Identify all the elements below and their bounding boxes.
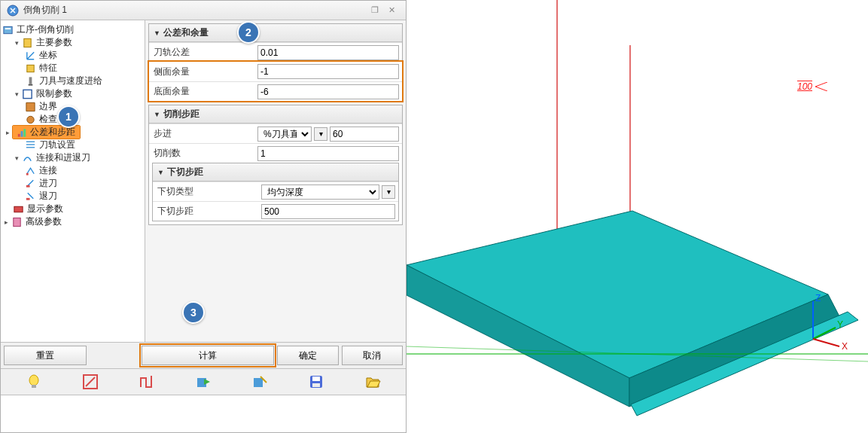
svg-rect-16: [14, 218, 20, 226]
svg-rect-23: [312, 377, 320, 381]
svg-text:Y: Y: [837, 319, 843, 330]
svg-point-8: [27, 116, 34, 123]
tree-root[interactable]: 工序-倒角切削: [1, 23, 145, 36]
process-icon: [2, 24, 14, 35]
popout-icon[interactable]: ❐: [367, 5, 383, 17]
folder-icon[interactable]: [361, 372, 384, 392]
collapse-icon[interactable]: ▾: [13, 39, 20, 47]
bottom-margin-row: 底面余量: [149, 81, 402, 101]
svg-rect-21: [254, 378, 263, 387]
down-step-row: 下切步距: [153, 201, 398, 221]
step-type-select[interactable]: %刀具直径: [257, 127, 312, 142]
tree-connect-label: 连接: [39, 164, 57, 177]
boundary-icon: [25, 101, 36, 112]
svg-rect-7: [23, 90, 32, 98]
advanced-icon: [11, 216, 23, 227]
tree-boundary-label: 边界: [39, 100, 57, 113]
down-type-label: 下切类型: [153, 185, 258, 198]
collapse-icon[interactable]: ▾: [13, 154, 20, 162]
down-type-select[interactable]: 均匀深度: [261, 184, 379, 200]
tree-leadout-label: 退刀: [39, 190, 57, 203]
callout-2: 2: [237, 21, 260, 44]
tree-connect-group[interactable]: ▾ 连接和进退刀: [1, 151, 145, 164]
viewport-3d[interactable]: Z Y X 100: [407, 0, 868, 433]
toolpath-tolerance-input[interactable]: [257, 45, 399, 60]
button-row: 重置 计算 确定 取消: [1, 342, 406, 369]
tree-display-params[interactable]: 显示参数: [1, 203, 145, 215]
cut-count-input[interactable]: [257, 146, 399, 161]
svg-rect-9: [18, 133, 20, 136]
svg-rect-24: [312, 383, 320, 387]
model-scene: Z Y X: [407, 0, 868, 433]
tree-feature-label: 特征: [39, 62, 57, 75]
expand-icon[interactable]: ▸: [2, 218, 10, 226]
section-header[interactable]: 公差和余量: [149, 24, 402, 42]
feature-icon: [25, 63, 36, 74]
tree-coord[interactable]: 坐标: [1, 49, 145, 62]
close-icon[interactable]: ✕: [383, 5, 400, 17]
svg-rect-4: [27, 65, 34, 72]
svg-rect-13: [26, 184, 30, 187]
svg-rect-2: [5, 28, 11, 29]
bottom-margin-label: 底面余量: [149, 85, 254, 98]
section-header[interactable]: 切削步距: [149, 105, 402, 123]
cube-wand-icon[interactable]: [248, 372, 271, 392]
tree-coord-label: 坐标: [39, 49, 57, 62]
side-margin-input[interactable]: [257, 64, 399, 79]
lightbulb-icon[interactable]: [23, 372, 45, 392]
svg-rect-15: [14, 206, 23, 212]
tree-leadout[interactable]: 退刀: [1, 190, 145, 203]
down-step-label: 下切步距: [153, 205, 258, 218]
display-icon: [13, 203, 24, 215]
down-type-options-icon[interactable]: ▾: [382, 185, 395, 199]
cancel-button[interactable]: 取消: [342, 346, 403, 365]
path-icon[interactable]: [136, 372, 158, 392]
bottom-margin-input[interactable]: [257, 84, 399, 99]
section-header[interactable]: 下切步距: [153, 163, 398, 181]
tree-main-params[interactable]: ▾ 主要参数: [1, 36, 145, 49]
title-bar[interactable]: 倒角切削 1 ❐ ✕: [1, 1, 406, 20]
cut-count-row: 切削数: [149, 143, 402, 163]
tree-tool-speed-label: 刀具与速度进给: [39, 75, 102, 87]
svg-point-17: [29, 375, 38, 386]
collapse-icon[interactable]: ▾: [13, 90, 20, 98]
app-icon: [7, 5, 19, 17]
callout-3: 3: [182, 301, 205, 324]
check-icon: [25, 114, 36, 125]
axis-icon: [25, 50, 36, 61]
tree-tool-speed[interactable]: 刀具与速度进给: [1, 75, 145, 87]
svg-text:Z: Z: [815, 293, 821, 303]
save-icon[interactable]: [305, 372, 327, 392]
tree-panel: 工序-倒角切削 ▾ 主要参数 坐标 特征 刀具与速度进给 ▾: [1, 20, 145, 342]
leadin-icon: [25, 178, 36, 189]
calculate-button[interactable]: 计算: [142, 346, 274, 365]
ok-button[interactable]: 确定: [277, 346, 338, 365]
cube-play-icon[interactable]: [192, 372, 215, 392]
down-step-input[interactable]: [261, 204, 395, 219]
toolpath-tolerance-label: 刀轨公差: [149, 46, 254, 59]
connect-group-icon: [22, 152, 33, 163]
tree-toolpath-settings[interactable]: 刀轨设置: [1, 139, 145, 151]
tree-check-label: 检查: [39, 113, 57, 126]
tree-leadin[interactable]: 进刀: [1, 177, 145, 190]
tree-feature[interactable]: 特征: [1, 62, 145, 75]
tree-adv-params[interactable]: ▸ 高级参数: [1, 215, 145, 228]
tree-limit-params[interactable]: ▾ 限制参数: [1, 87, 145, 100]
step-row: 步进 %刀具直径 ▾: [149, 123, 402, 143]
expand-icon[interactable]: ▸: [4, 129, 11, 136]
tree-limit-params-label: 限制参数: [36, 87, 72, 100]
link-icon: [25, 165, 36, 176]
svg-rect-18: [32, 385, 36, 388]
step-value-input[interactable]: [330, 127, 399, 142]
tree-connect[interactable]: 连接: [1, 164, 145, 177]
cut-count-label: 切削数: [149, 147, 254, 160]
window-title: 倒角切削 1: [23, 4, 367, 17]
dimension-annotation: 100: [797, 79, 830, 93]
toolpath-tolerance-row: 刀轨公差: [149, 42, 402, 62]
step-options-icon[interactable]: ▾: [314, 127, 327, 141]
tree-root-label: 工序-倒角切削: [17, 23, 74, 36]
edit-icon[interactable]: [79, 372, 102, 392]
svg-rect-1: [4, 26, 12, 33]
reset-button[interactable]: 重置: [4, 346, 87, 365]
properties-panel: 公差和余量 刀轨公差 侧面余量 底面余量 切削步距: [145, 20, 406, 342]
